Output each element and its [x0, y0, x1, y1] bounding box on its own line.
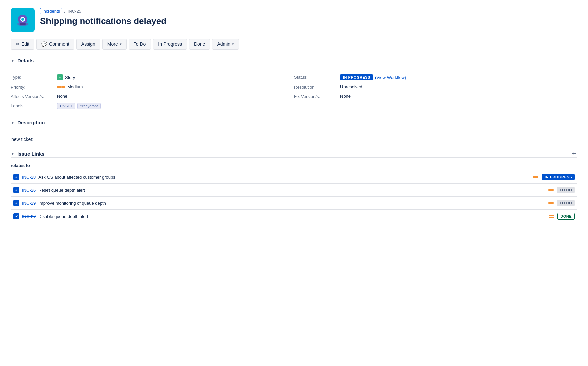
breadcrumb-separator: /: [64, 9, 66, 14]
header: Incidents / INC-25 Shipping notification…: [11, 8, 577, 32]
priority-bars-icon: [549, 215, 554, 218]
svg-point-2: [21, 18, 24, 21]
priority-text: Medium: [67, 84, 83, 89]
inprogress-button[interactable]: In Progress: [153, 39, 187, 50]
priority-bars-icon: [533, 176, 538, 178]
breadcrumb-issue-id: INC-25: [68, 9, 81, 14]
priority-medium-icon: [57, 86, 65, 88]
priority-row: Priority: Medium: [11, 84, 294, 90]
description-chevron-icon: ▼: [11, 120, 15, 125]
details-section: ▼ Details Type: Story Priority: Medium: [11, 58, 577, 112]
issue-link-right: TO DO: [548, 187, 575, 193]
header-text: Incidents / INC-25 Shipping notification…: [40, 8, 166, 27]
view-workflow-link[interactable]: (View Workflow): [375, 75, 406, 80]
issue-link-status-badge: TO DO: [557, 187, 575, 193]
issue-link-row: INC-27Disable queue depth alertDONE: [11, 210, 577, 223]
edit-icon: ✏: [16, 41, 20, 47]
resolution-row: Resolution: Unresolved: [294, 84, 577, 90]
issue-link-checkbox: [13, 213, 19, 219]
priority-bars-icon: [548, 189, 554, 191]
status-badge[interactable]: IN PROGRESS: [340, 74, 373, 80]
issue-links-section-title: Issue Links: [17, 151, 45, 157]
issue-link-row: INC-29Improve monitoring of queue depthT…: [11, 197, 577, 210]
issue-link-id[interactable]: INC-26: [22, 188, 36, 193]
issue-link-row: INC-26Reset queue depth alertTO DO: [11, 184, 577, 197]
resolution-label: Resolution:: [294, 84, 337, 90]
chevron-down-icon: ▾: [120, 42, 122, 47]
issue-link-title: Improve monitoring of queue depth: [38, 201, 546, 206]
done-label: Done: [194, 41, 205, 47]
labels-row: Labels: UNSET firehydrant: [11, 103, 294, 109]
type-value: Story: [57, 74, 75, 80]
priority-value: Medium: [57, 84, 83, 89]
more-button[interactable]: More ▾: [102, 39, 127, 50]
issue-link-status-badge: TO DO: [557, 200, 575, 206]
fix-version-label: Fix Version/s:: [294, 94, 337, 99]
done-button[interactable]: Done: [189, 39, 210, 50]
todo-label: To Do: [134, 41, 146, 47]
issue-link-id[interactable]: INC-28: [22, 175, 36, 180]
issue-link-id[interactable]: INC-27: [22, 214, 36, 219]
todo-button[interactable]: To Do: [129, 39, 151, 50]
issue-links-list: INC-28Ask CS about affected customer gro…: [11, 171, 577, 223]
description-divider: [11, 131, 577, 131]
label-tag-unset[interactable]: UNSET: [57, 103, 75, 109]
story-type-icon: [57, 74, 63, 80]
issue-link-status-badge: DONE: [557, 213, 575, 220]
fix-version-row: Fix Version/s: None: [294, 94, 577, 99]
issue-link-title: Ask CS about affected customer groups: [38, 175, 530, 180]
issue-title: Shipping notifications delayed: [40, 16, 166, 27]
inprogress-label: In Progress: [158, 41, 182, 47]
issue-links-section-header[interactable]: ▼ Issue Links: [11, 151, 45, 157]
relates-to-label: relates to: [11, 163, 577, 168]
status-label: Status:: [294, 74, 337, 80]
label-tag-firehydrant[interactable]: firehydrant: [77, 103, 101, 109]
issue-link-checkbox: [13, 200, 19, 206]
affects-row: Affects Version/s: None: [11, 94, 294, 99]
issue-link-title: Disable queue depth alert: [38, 214, 546, 219]
assign-button[interactable]: Assign: [76, 39, 100, 50]
details-section-header[interactable]: ▼ Details: [11, 58, 577, 63]
details-chevron-icon: ▼: [11, 58, 15, 63]
project-icon: [11, 8, 35, 32]
breadcrumb-project-link[interactable]: Incidents: [40, 8, 62, 14]
priority-bars-icon: [548, 202, 554, 204]
comment-button[interactable]: 💬 Comment: [36, 39, 74, 50]
issue-link-right: DONE: [549, 213, 575, 220]
issue-link-status-badge: IN PROGRESS: [542, 174, 575, 180]
resolution-value: Unresolved: [340, 84, 362, 89]
issue-link-id[interactable]: INC-29: [22, 201, 36, 206]
description-text: new ticket:: [11, 136, 577, 142]
comment-icon: 💬: [41, 41, 47, 47]
description-section-title: Description: [17, 120, 45, 125]
toolbar: ✏ Edit 💬 Comment Assign More ▾ To Do In …: [11, 39, 577, 50]
details-right-col: Status: IN PROGRESS (View Workflow) Reso…: [294, 74, 577, 109]
status-value: IN PROGRESS (View Workflow): [340, 74, 406, 80]
details-section-title: Details: [17, 58, 34, 63]
issue-link-row: INC-28Ask CS about affected customer gro…: [11, 171, 577, 184]
breadcrumb: Incidents / INC-25: [40, 8, 166, 14]
admin-button[interactable]: Admin ▾: [212, 39, 239, 50]
issue-link-checkbox: [13, 174, 19, 180]
assign-label: Assign: [81, 41, 95, 47]
issue-links-divider: [11, 157, 577, 158]
fix-version-value: None: [340, 94, 351, 99]
type-label: Type:: [11, 74, 54, 80]
labels-label: Labels:: [11, 103, 54, 108]
issue-links-header-row: ▼ Issue Links +: [11, 150, 577, 157]
issue-link-checkbox: [13, 187, 19, 193]
type-text: Story: [65, 75, 75, 80]
admin-label: Admin: [217, 41, 230, 47]
svg-point-4: [19, 23, 26, 25]
type-row: Type: Story: [11, 74, 294, 80]
more-label: More: [107, 41, 118, 47]
issue-link-right: TO DO: [548, 200, 575, 206]
details-divider: [11, 69, 577, 69]
chevron-down-icon-admin: ▾: [232, 42, 234, 47]
add-link-button[interactable]: +: [570, 150, 577, 157]
details-left-col: Type: Story Priority: Medium Affects Ver…: [11, 74, 294, 109]
priority-label: Priority:: [11, 84, 54, 90]
description-section-header[interactable]: ▼ Description: [11, 120, 577, 125]
edit-button[interactable]: ✏ Edit: [11, 39, 34, 50]
description-section: ▼ Description new ticket:: [11, 120, 577, 142]
